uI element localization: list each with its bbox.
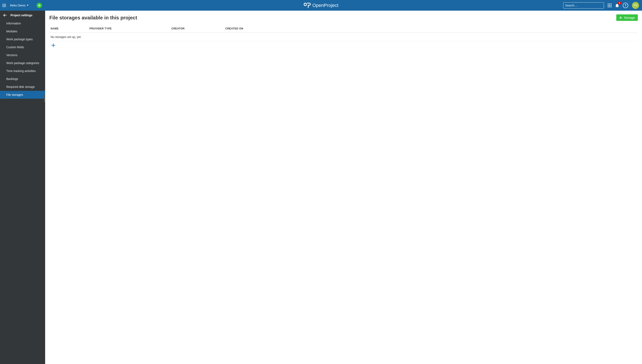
brand-text: OpenProject	[312, 3, 339, 8]
avatar-initials: PS	[634, 4, 637, 7]
sidebar-item-custom-fields[interactable]: Custom fields	[0, 43, 45, 51]
sidebar-item-label: Backlogs	[6, 77, 18, 80]
avatar[interactable]: PS	[632, 2, 639, 9]
add-row-button[interactable]	[49, 41, 57, 49]
header-right: 6 ? PS	[563, 2, 642, 9]
top-header: Reko Demo OpenProject 6 ?	[0, 0, 642, 11]
sidebar-item-label: Modules	[6, 30, 17, 33]
project-name: Reko Demo	[10, 4, 26, 7]
help-button[interactable]: ?	[623, 3, 628, 8]
sidebar-item-label: Work package categories	[6, 61, 39, 65]
plus-icon	[51, 44, 55, 47]
sidebar-header: Project settings	[0, 11, 45, 20]
sidebar-item-time-tracking-activities[interactable]: Time tracking activities	[0, 67, 45, 75]
help-icon: ?	[624, 4, 626, 7]
sidebar-title: Project settings	[11, 14, 32, 17]
sidebar-item-backlogs[interactable]: Backlogs	[0, 75, 45, 83]
sidebar-item-required-disk-storage[interactable]: Required disk storage	[0, 83, 45, 91]
sidebar-item-information[interactable]: Information	[0, 20, 45, 27]
sidebar-item-work-package-categories[interactable]: Work package categories	[0, 59, 45, 67]
page-title: File storages available in this project	[49, 15, 137, 21]
back-button[interactable]	[3, 14, 7, 17]
hamburger-icon	[2, 4, 6, 7]
main-header-row: File storages available in this project …	[49, 14, 638, 21]
project-selector[interactable]: Reko Demo	[8, 4, 30, 7]
search-icon	[602, 4, 602, 7]
brand-logo[interactable]: OpenProject	[304, 2, 339, 8]
apps-grid-button[interactable]	[608, 4, 611, 7]
add-storage-label: Storage	[624, 16, 635, 20]
sidebar-item-label: Work package types	[6, 38, 33, 41]
search-box[interactable]	[563, 2, 604, 8]
sidebar-item-work-package-types[interactable]: Work package types	[0, 35, 45, 43]
col-name[interactable]: NAME	[49, 26, 88, 33]
storage-table: NAME PROVIDER TYPE CREATOR CREATED ON No…	[49, 26, 638, 41]
openproject-logo-icon	[304, 2, 311, 8]
col-provider-type[interactable]: PROVIDER TYPE	[88, 26, 170, 33]
sidebar-item-label: Required disk storage	[6, 85, 35, 88]
sidebar: Project settings Information Modules Wor…	[0, 11, 45, 364]
main-content: File storages available in this project …	[45, 11, 642, 364]
col-creator[interactable]: CREATOR	[170, 26, 224, 33]
add-storage-button[interactable]: Storage	[616, 14, 638, 21]
body-row: Project settings Information Modules Wor…	[0, 11, 642, 364]
apps-grid-icon	[608, 4, 611, 7]
sidebar-item-label: Information	[6, 22, 21, 25]
sidebar-item-label: File storages	[6, 93, 23, 96]
empty-state-message: No storages set up, yet.	[49, 33, 638, 41]
sidebar-item-label: Custom fields	[6, 46, 24, 49]
sidebar-item-versions[interactable]: Versions	[0, 51, 45, 59]
svg-point-0	[304, 3, 307, 6]
plus-icon	[619, 16, 622, 19]
search-input[interactable]	[565, 4, 602, 7]
plus-icon	[38, 4, 41, 7]
notification-badge: 6	[618, 2, 621, 4]
notifications-button[interactable]: 6	[615, 3, 619, 8]
col-created-on[interactable]: CREATED ON	[224, 26, 638, 33]
sidebar-scrollbar[interactable]	[44, 94, 45, 102]
sidebar-item-label: Time tracking activities	[6, 69, 36, 73]
caret-down-icon	[27, 5, 29, 6]
sidebar-item-modules[interactable]: Modules	[0, 27, 45, 35]
empty-state-row: No storages set up, yet.	[49, 33, 638, 41]
arrow-left-icon	[3, 14, 7, 17]
svg-point-1	[602, 5, 602, 6]
quick-add-button[interactable]	[37, 3, 42, 8]
sidebar-item-file-storages[interactable]: File storages	[0, 91, 45, 99]
hamburger-menu[interactable]	[0, 0, 8, 11]
sidebar-item-label: Versions	[6, 54, 18, 57]
